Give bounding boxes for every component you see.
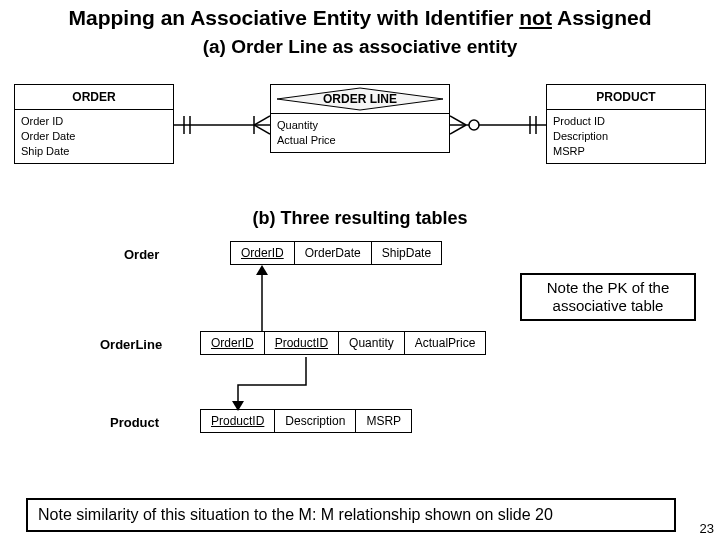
col-order-orderdate: OrderDate xyxy=(295,242,372,264)
fk-arrow-orderid xyxy=(252,265,272,333)
table-order: OrderID OrderDate ShipDate xyxy=(230,241,442,265)
attr-msrp: MSRP xyxy=(553,144,699,159)
attr-description: Description xyxy=(553,129,699,144)
col-order-orderid: OrderID xyxy=(231,242,295,264)
col-order-shipdate: ShipDate xyxy=(372,242,441,264)
page-number: 23 xyxy=(700,521,714,536)
table-label-orderline: OrderLine xyxy=(100,337,162,352)
title-post: Assigned xyxy=(552,6,652,29)
attr-product-id: Product ID xyxy=(553,114,699,129)
title-pre: Mapping an Associative Entity with Ident… xyxy=(68,6,519,29)
table-label-order: Order xyxy=(124,247,159,262)
fk-arrow-productid xyxy=(226,355,316,413)
connector-order-orderline xyxy=(174,110,270,140)
svg-line-9 xyxy=(450,125,466,134)
col-orderline-orderid: OrderID xyxy=(201,332,265,354)
note-bottom: Note similarity of this situation to the… xyxy=(26,498,676,532)
entity-order-header: ORDER xyxy=(14,84,174,110)
attr-ship-date: Ship Date xyxy=(21,144,167,159)
col-orderline-productid: ProductID xyxy=(265,332,339,354)
table-label-product: Product xyxy=(110,415,159,430)
entity-orderline-name: ORDER LINE xyxy=(323,92,397,106)
tables-diagram: Order OrderID OrderDate ShipDate OrderLi… xyxy=(0,229,720,449)
attr-order-id: Order ID xyxy=(21,114,167,129)
attr-order-date: Order Date xyxy=(21,129,167,144)
subtitle-b: (b) Three resulting tables xyxy=(0,208,720,229)
entity-product-body: Product ID Description MSRP xyxy=(546,110,706,164)
col-product-description: Description xyxy=(275,410,356,432)
svg-line-5 xyxy=(254,116,270,125)
entity-order-body: Order ID Order Date Ship Date xyxy=(14,110,174,164)
table-orderline: OrderID ProductID Quantity ActualPrice xyxy=(200,331,486,355)
svg-point-10 xyxy=(469,120,479,130)
col-orderline-actualprice: ActualPrice xyxy=(405,332,486,354)
svg-line-6 xyxy=(254,125,270,134)
svg-marker-14 xyxy=(256,265,268,275)
title-not: not xyxy=(519,6,552,29)
attr-actual-price: Actual Price xyxy=(277,133,443,148)
svg-marker-15 xyxy=(232,401,244,411)
col-orderline-quantity: Quantity xyxy=(339,332,405,354)
svg-line-8 xyxy=(450,116,466,125)
attr-quantity: Quantity xyxy=(277,118,443,133)
entity-product-header: PRODUCT xyxy=(546,84,706,110)
entity-orderline: ORDER LINE Quantity Actual Price xyxy=(270,84,450,153)
entity-order: ORDER Order ID Order Date Ship Date xyxy=(14,84,174,164)
entity-product: PRODUCT Product ID Description MSRP xyxy=(546,84,706,164)
subtitle-a: (a) Order Line as associative entity xyxy=(0,36,720,58)
note-pk: Note the PK of the associative table xyxy=(520,273,696,321)
col-product-msrp: MSRP xyxy=(356,410,411,432)
col-product-productid: ProductID xyxy=(201,410,275,432)
connector-orderline-product xyxy=(450,110,546,140)
erd-diagram: ORDER Order ID Order Date Ship Date ORDE… xyxy=(0,66,720,206)
entity-orderline-header: ORDER LINE xyxy=(270,84,450,114)
slide-title: Mapping an Associative Entity with Ident… xyxy=(0,6,720,30)
entity-orderline-body: Quantity Actual Price xyxy=(270,114,450,153)
